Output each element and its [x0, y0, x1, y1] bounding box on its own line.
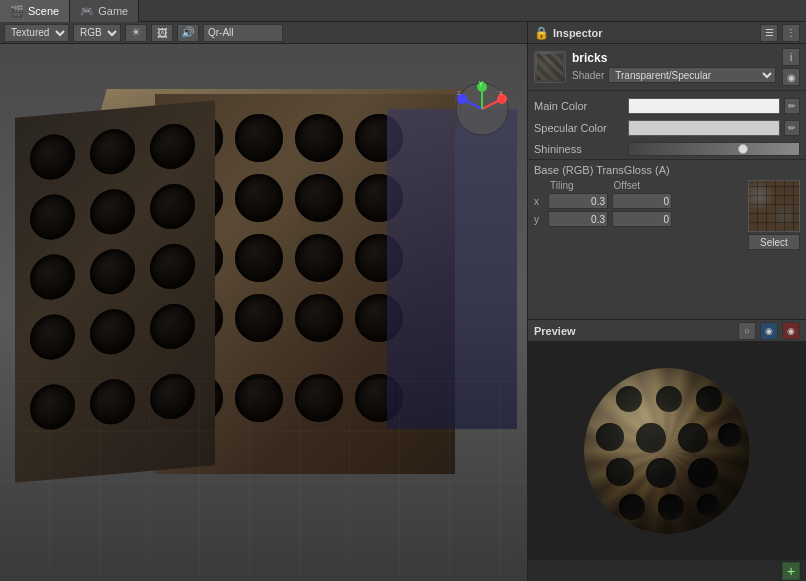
hole-f10 — [235, 234, 283, 282]
sphere-hole-4 — [596, 423, 624, 451]
preview-icons: ○ ◉ ◉ — [738, 322, 800, 340]
sphere-hole-3 — [696, 386, 722, 412]
sphere-hole-11 — [619, 494, 645, 520]
hole-f11 — [295, 234, 343, 282]
offset-x-input[interactable] — [612, 193, 672, 209]
y-coord-label: y — [534, 214, 544, 225]
sphere-hole-1 — [616, 386, 642, 412]
sphere-hole-13 — [697, 494, 719, 516]
preview-circle-btn[interactable]: ○ — [738, 322, 756, 340]
preview-sphere — [582, 366, 752, 536]
main-color-row: Main Color ✏ — [528, 95, 806, 117]
inspector-panel: 🔒 Inspector ☰ ⋮ bricks Shader Transparen… — [527, 22, 806, 581]
hole-f7 — [295, 174, 343, 222]
sphere-holes-container — [584, 368, 750, 534]
svg-text:x: x — [499, 88, 503, 97]
tiling-column-label: Tiling — [550, 180, 574, 191]
scene-tab-label: Scene — [28, 5, 59, 17]
shader-select[interactable]: Transparent/Specular — [608, 67, 776, 83]
preview-toggle-btn[interactable]: ◉ — [760, 322, 778, 340]
offset-column-label: Offset — [614, 180, 641, 191]
texture-tiling-fields: Tiling Offset x y — [534, 180, 742, 229]
inspector-lock-btn[interactable]: ☰ — [760, 24, 778, 42]
material-header: bricks Shader Transparent/Specular i ◉ — [528, 44, 806, 91]
tiling-offset-header: Tiling Offset — [534, 180, 742, 191]
axis-gizmo: z x y — [452, 79, 512, 139]
specular-color-field[interactable] — [628, 120, 780, 136]
sphere-hole-9 — [646, 458, 676, 488]
color-mode-select[interactable]: RGB — [73, 24, 121, 42]
shininess-slider[interactable] — [628, 142, 800, 156]
svg-text:y: y — [479, 79, 483, 87]
tab-game[interactable]: 🎮 Game — [70, 0, 139, 22]
texture-section: Base (RGB) TransGloss (A) Tiling Offset … — [528, 159, 806, 254]
render-mode-select[interactable]: Textured — [4, 24, 69, 42]
offset-y-input[interactable] — [612, 211, 672, 227]
inspector-title: Inspector — [553, 27, 756, 39]
hole-l3 — [150, 122, 195, 171]
preview-menu-btn[interactable]: ◉ — [782, 322, 800, 340]
inspector-bottom-bar: + — [528, 559, 806, 581]
hole-l1 — [30, 132, 75, 181]
sphere-hole-12 — [658, 494, 684, 520]
inspector-header-icons: ☰ ⋮ — [760, 24, 800, 42]
game-tab-icon: 🎮 — [80, 5, 94, 18]
shininess-label: Shininess — [534, 143, 624, 155]
hole-l2 — [90, 127, 135, 176]
audio-btn[interactable]: 🔊 — [177, 24, 199, 42]
hole-l10 — [30, 312, 75, 361]
scene-panel: Textured RGB ☀ 🖼 🔊 — [0, 22, 527, 581]
main-color-eyedropper[interactable]: ✏ — [784, 98, 800, 114]
preview-3d[interactable] — [528, 342, 806, 560]
preview-section: Preview ○ ◉ ◉ — [528, 319, 806, 559]
main-color-field[interactable] — [628, 98, 780, 114]
inspector-icon: 🔒 — [534, 26, 549, 40]
main-layout: Textured RGB ☀ 🖼 🔊 — [0, 22, 806, 581]
hole-f6 — [235, 174, 283, 222]
sphere-hole-5 — [636, 423, 666, 453]
image-btn[interactable]: 🖼 — [151, 24, 173, 42]
preview-title: Preview — [534, 325, 734, 337]
texture-thumb-container: Select — [748, 180, 800, 250]
specular-color-value: ✏ — [628, 120, 800, 136]
texture-select-btn[interactable]: Select — [748, 234, 800, 250]
hole-l6 — [150, 182, 195, 231]
shader-label: Shader — [572, 70, 604, 81]
tiling-x-input[interactable] — [548, 193, 608, 209]
game-tab-label: Game — [98, 5, 128, 17]
sphere-hole-6 — [678, 423, 708, 453]
scene-3d-viewport[interactable]: z x y — [0, 44, 527, 581]
main-color-value: ✏ — [628, 98, 800, 114]
specular-color-label: Specular Color — [534, 122, 624, 134]
sphere-hole-10 — [688, 458, 718, 488]
hole-f14 — [235, 294, 283, 342]
texture-thumbnail[interactable] — [748, 180, 800, 232]
hole-l8 — [90, 247, 135, 296]
hole-f2 — [235, 114, 283, 162]
y-tiling-row: y — [534, 211, 742, 227]
scene-grid — [0, 381, 527, 581]
main-color-label: Main Color — [534, 100, 624, 112]
specular-color-eyedropper[interactable]: ✏ — [784, 120, 800, 136]
hole-l9 — [150, 242, 195, 291]
material-options-btn[interactable]: ◉ — [782, 68, 800, 86]
scene-search-input[interactable] — [203, 24, 283, 42]
material-name: bricks — [572, 51, 776, 65]
sun-btn[interactable]: ☀ — [125, 24, 147, 42]
preview-header: Preview ○ ◉ ◉ — [528, 320, 806, 342]
material-thumbnail — [534, 51, 566, 83]
shininess-row: Shininess — [528, 139, 806, 159]
add-component-btn[interactable]: + — [782, 562, 800, 580]
axis-gizmo-svg: z x y — [452, 79, 512, 139]
tab-scene[interactable]: 🎬 Scene — [0, 0, 70, 22]
sphere-hole-2 — [656, 386, 682, 412]
tiling-y-input[interactable] — [548, 211, 608, 227]
inspector-content: Main Color ✏ Specular Color ✏ Shininess — [528, 91, 806, 319]
scene-toolbar: Textured RGB ☀ 🖼 🔊 — [0, 22, 527, 44]
texture-content: Tiling Offset x y — [534, 180, 800, 250]
inspector-header: 🔒 Inspector ☰ ⋮ — [528, 22, 806, 44]
inspector-menu-btn[interactable]: ⋮ — [782, 24, 800, 42]
svg-text:z: z — [457, 88, 461, 97]
hole-l7 — [30, 252, 75, 301]
material-info-btn[interactable]: i — [782, 48, 800, 66]
